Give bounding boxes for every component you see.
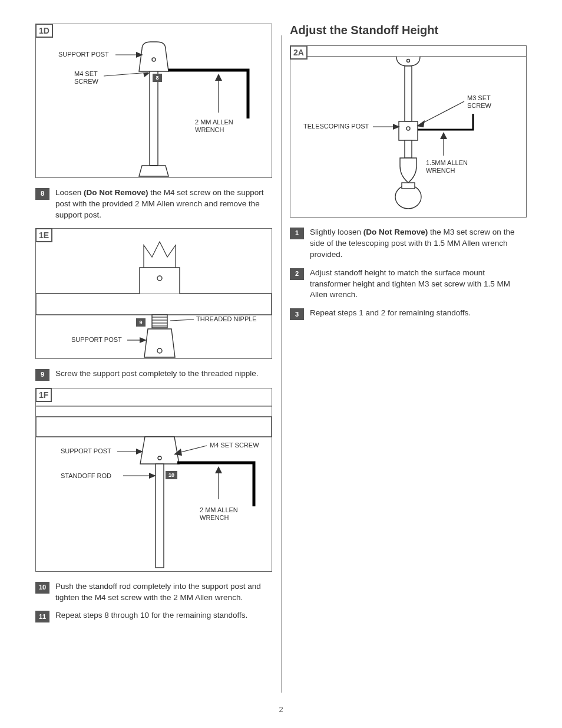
figure-1f-svg: SUPPORT POST STANDOFF ROD M4 SET SCREW 2… [36,388,272,571]
step-num: 3 [290,308,304,320]
svg-text:STANDOFF ROD: STANDOFF ROD [61,472,111,479]
svg-line-7 [104,73,148,76]
svg-text:2 MM ALLEN: 2 MM ALLEN [200,506,238,513]
svg-rect-51 [405,140,412,158]
step-r1: 1 Slightly loosen (Do Not Remove) the M3… [290,227,527,261]
step-text: Push the standoff rod completely into th… [55,581,272,604]
svg-rect-13 [36,294,272,315]
svg-text:2 MM ALLEN: 2 MM ALLEN [195,118,233,126]
svg-point-19 [157,348,162,353]
step-text: Slightly loosen (Do Not Remove) the M3 s… [310,227,527,261]
figure-1e: 1E [35,228,272,359]
svg-point-20 [157,276,162,281]
page-number: 2 [0,705,562,714]
step-r2: 2 Adjust standoff height to match the su… [290,268,527,301]
svg-rect-53 [402,183,415,189]
left-column: 1D SUPPORT POST [35,24,272,630]
svg-marker-39 [149,473,156,479]
figure-tag-2a: 2A [290,45,308,60]
svg-marker-8 [143,73,150,77]
label-m4: M4 SET [74,70,98,77]
svg-rect-28 [36,417,272,437]
svg-rect-49 [405,66,412,121]
svg-text:M3 SET: M3 SET [467,94,491,101]
label-support-post: SUPPORT POST [58,51,109,58]
svg-text:SCREW: SCREW [74,78,99,85]
svg-line-22 [170,319,194,321]
svg-rect-31 [156,464,164,568]
step-11: 11 Repeat steps 8 through 10 for the rem… [35,610,272,622]
svg-marker-3 [215,74,222,81]
svg-text:10: 10 [168,472,174,478]
step-text: Repeat steps 8 through 10 for the remain… [55,610,272,622]
svg-point-0 [152,58,156,61]
svg-line-61 [419,101,464,125]
figure-1d-svg: SUPPORT POST M4 SET SCREW 2 MM ALLEN WRE… [36,24,272,177]
step-text: Loosen (Do Not Remove) the M4 set screw … [55,187,272,221]
svg-text:THREADED NIPPLE: THREADED NIPPLE [196,315,257,322]
figure-2a: 2A [290,45,527,218]
step-num: 9 [35,369,49,381]
svg-text:M4 SET SCREW: M4 SET SCREW [210,442,259,449]
step-10: 10 Push the standoff rod completely into… [35,581,272,604]
column-divider [281,35,282,693]
svg-point-48 [407,60,410,62]
svg-text:SCREW: SCREW [467,102,492,109]
step-9: 9 Screw the support post completely to t… [35,368,272,381]
right-column: Adjust the Standoff Height 2A [290,24,527,630]
step-num: 11 [35,611,49,622]
svg-text:9: 9 [139,319,142,325]
svg-marker-25 [140,337,147,343]
page: 1D SUPPORT POST [0,0,562,728]
svg-text:TELESCOPING POST: TELESCOPING POST [303,123,369,130]
step-text: Repeat steps 1 and 2 for remaining stand… [310,308,527,320]
step-8: 8 Loosen (Do Not Remove) the M4 set scre… [35,187,272,221]
svg-text:8: 8 [156,75,158,81]
step-num: 10 [35,582,49,594]
step-num: 2 [290,268,304,280]
svg-point-50 [406,127,410,130]
step-r3: 3 Repeat steps 1 and 2 for remaining sta… [290,308,527,320]
svg-text:SUPPORT POST: SUPPORT POST [71,336,122,343]
figure-1d: 1D SUPPORT POST [35,24,272,178]
figure-tag-1e: 1E [35,228,52,242]
svg-text:WRENCH: WRENCH [200,514,229,521]
figure-1e-svg: THREADED NIPPLE SUPPORT POST 9 [36,229,272,358]
svg-text:WRENCH: WRENCH [426,167,455,174]
figure-2a-svg: TELESCOPING POST M3 SET SCREW 1.5MM ALLE… [290,46,526,217]
svg-point-30 [158,456,161,460]
svg-text:1.5MM ALLEN: 1.5MM ALLEN [426,159,468,166]
figure-tag-1f: 1F [35,388,52,402]
svg-rect-1 [150,71,158,166]
svg-marker-33 [215,466,222,473]
section-title: Adjust the Standoff Height [290,24,527,37]
svg-text:WRENCH: WRENCH [195,126,224,133]
step-text: Adjust standoff height to match the surf… [310,268,527,301]
svg-text:SUPPORT POST: SUPPORT POST [61,447,111,454]
figure-1f: 1F SUPPORT POST [35,388,272,572]
step-text: Screw the support post completely to the… [55,368,272,381]
step-num: 1 [290,228,304,239]
step-num: 8 [35,188,49,200]
svg-marker-55 [440,132,447,139]
figure-tag-1d: 1D [35,24,53,38]
